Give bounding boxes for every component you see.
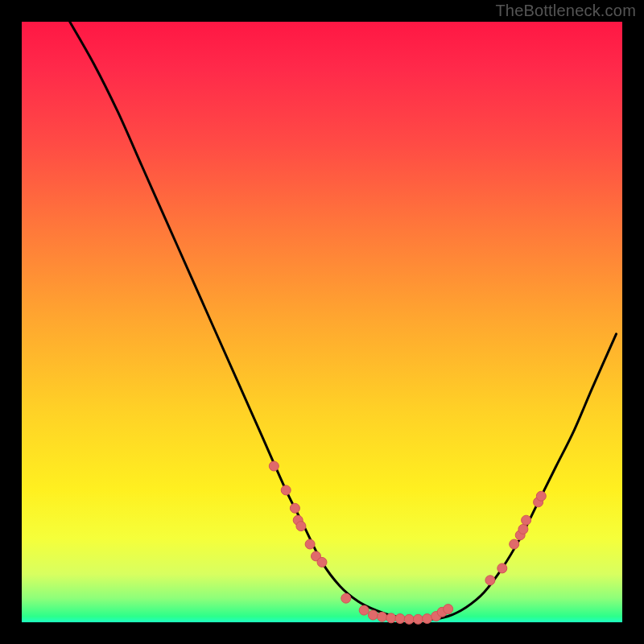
watermark-text: TheBottleneck.com	[495, 2, 636, 20]
data-marker	[269, 461, 279, 471]
data-marker	[386, 613, 396, 623]
data-marker	[368, 610, 378, 620]
curve-svg	[22, 22, 622, 622]
data-marker	[518, 524, 528, 534]
data-marker	[317, 557, 327, 567]
bottleneck-curve	[70, 22, 617, 619]
data-marker	[378, 612, 387, 621]
data-marker	[359, 605, 369, 615]
data-marker	[423, 614, 432, 624]
plot-area	[22, 22, 622, 622]
chart-frame: TheBottleneck.com	[0, 0, 644, 644]
data-marker	[305, 539, 315, 549]
data-marker	[536, 491, 546, 501]
data-marker	[413, 614, 423, 624]
data-marker	[290, 503, 299, 513]
data-marker	[404, 614, 414, 624]
data-marker	[395, 614, 405, 624]
data-marker	[444, 605, 453, 614]
data-marker	[281, 485, 291, 495]
data-markers	[269, 461, 546, 624]
data-marker	[510, 539, 519, 549]
data-marker	[296, 522, 306, 531]
data-marker	[497, 564, 507, 573]
data-marker	[522, 515, 531, 525]
data-marker	[341, 593, 351, 603]
data-marker	[485, 576, 495, 585]
